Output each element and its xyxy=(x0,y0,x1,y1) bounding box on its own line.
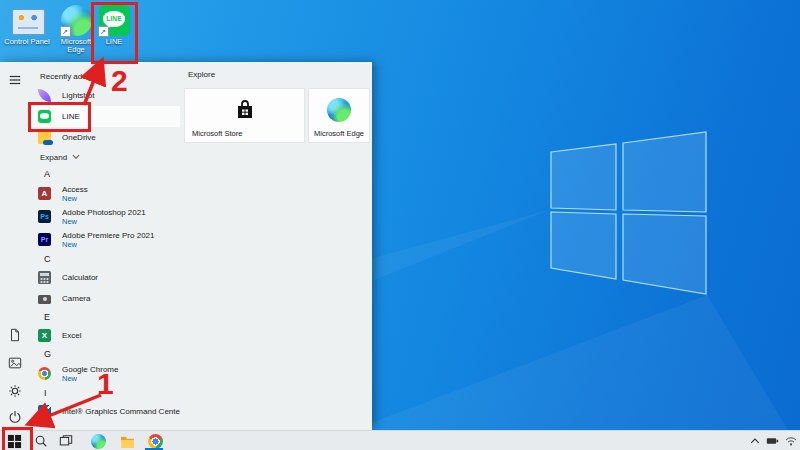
search-icon xyxy=(34,434,48,448)
shortcut-arrow-icon: ↗ xyxy=(60,26,71,37)
system-tray xyxy=(748,431,797,450)
task-view-icon xyxy=(59,434,73,448)
search-button[interactable] xyxy=(29,431,53,450)
file-explorer-button[interactable] xyxy=(115,431,139,450)
document-icon xyxy=(8,328,22,342)
edge-icon xyxy=(91,434,106,449)
chrome-icon xyxy=(148,434,163,449)
chevron-down-icon xyxy=(72,154,80,160)
task-view-button[interactable] xyxy=(54,431,78,450)
documents-button[interactable] xyxy=(0,324,30,346)
hamburger-icon xyxy=(8,73,22,87)
photoshop-icon: Ps xyxy=(38,210,51,223)
app-row-premiere[interactable]: Pr Adobe Premiere Pro 2021 New xyxy=(30,228,180,251)
new-badge: New xyxy=(62,240,155,249)
chrome-icon xyxy=(38,367,51,380)
camera-icon xyxy=(38,292,51,305)
app-label: Adobe Photoshop 2021 xyxy=(62,208,146,217)
windows-start-icon xyxy=(7,434,22,449)
app-label: Camera xyxy=(62,294,90,303)
expand-label: Expand xyxy=(40,153,67,162)
tile-microsoft-edge[interactable]: Microsoft Edge xyxy=(308,88,370,143)
desktop-icon-control-panel[interactable]: Control Panel xyxy=(2,5,52,46)
show-hidden-icons-button[interactable] xyxy=(748,434,761,448)
recent-item-label: LINE xyxy=(62,112,80,121)
app-label: Adobe Premiere Pro 2021 xyxy=(62,231,155,240)
network-button[interactable] xyxy=(784,434,797,448)
annotation-step-2: 2 xyxy=(111,67,128,95)
battery-icon xyxy=(766,436,779,446)
lightshot-icon xyxy=(38,89,51,102)
app-row-excel[interactable]: X Excel xyxy=(30,325,180,346)
app-label: Calculator xyxy=(62,273,98,282)
expand-control[interactable]: Expand xyxy=(30,148,180,166)
tile-group-header: Explore xyxy=(188,70,372,79)
app-row-photoshop[interactable]: Ps Adobe Photoshop 2021 New xyxy=(30,205,180,228)
hamburger-button[interactable] xyxy=(0,69,30,91)
app-row-camera[interactable]: Camera xyxy=(30,288,180,309)
desktop-icon-microsoft-edge[interactable]: ↗ Microsoft Edge xyxy=(53,5,99,54)
desktop-icon-label: Microsoft Edge xyxy=(53,38,99,54)
start-button[interactable] xyxy=(2,431,26,450)
store-bag-icon xyxy=(233,98,257,122)
app-label: Excel xyxy=(62,331,82,340)
access-icon: A xyxy=(38,187,51,200)
recently-added-header: Recently added xyxy=(40,72,180,81)
tile-label: Microsoft Store xyxy=(192,129,242,138)
shortcut-arrow-icon: ↗ xyxy=(98,26,109,37)
recent-item-lightshot[interactable]: Lightshot xyxy=(30,85,180,106)
intel-icon xyxy=(38,405,51,418)
recent-item-line[interactable]: LINE xyxy=(30,106,180,127)
pictures-button[interactable] xyxy=(0,352,30,374)
excel-icon: X xyxy=(38,329,51,342)
edge-icon xyxy=(327,98,351,122)
power-icon xyxy=(8,410,22,424)
section-letter[interactable]: E xyxy=(30,309,180,325)
app-label: Access xyxy=(62,185,88,194)
start-menu-rail xyxy=(0,62,30,430)
chevron-up-icon xyxy=(750,437,760,445)
calculator-icon xyxy=(38,271,51,284)
desktop-icon-label: LINE xyxy=(106,38,123,46)
premiere-icon: Pr xyxy=(38,233,51,246)
onedrive-icon xyxy=(38,131,51,144)
taskbar-edge-button[interactable] xyxy=(86,431,110,450)
app-label: Intel® Graphics Command Center xyxy=(62,407,180,416)
recent-item-onedrive[interactable]: OneDrive xyxy=(30,127,180,148)
folder-icon xyxy=(120,435,135,448)
start-menu: Recently added Lightshot LINE OneDrive E… xyxy=(0,62,372,430)
recent-item-label: OneDrive xyxy=(62,133,96,142)
desktop: Control Panel ↗ Microsoft Edge LINE ↗ LI… xyxy=(0,0,800,450)
power-button[interactable] xyxy=(0,406,30,428)
start-menu-tiles: Explore Microsoft Store Microsoft Edge xyxy=(180,62,372,430)
desktop-icon-line[interactable]: LINE ↗ LINE xyxy=(96,5,132,46)
new-badge: New xyxy=(62,194,88,203)
gear-icon xyxy=(8,384,22,398)
app-row-access[interactable]: A Access New xyxy=(30,182,180,205)
new-badge: New xyxy=(62,217,146,226)
taskbar xyxy=(0,430,800,450)
app-row-intel-gcc[interactable]: Intel® Graphics Command Center xyxy=(30,401,180,422)
annotation-step-1: 1 xyxy=(97,370,114,398)
tile-microsoft-store[interactable]: Microsoft Store xyxy=(184,88,305,143)
app-row-calculator[interactable]: Calculator xyxy=(30,267,180,288)
tile-label: Microsoft Edge xyxy=(314,129,364,138)
recent-item-label: Lightshot xyxy=(62,91,94,100)
desktop-icon-label: Control Panel xyxy=(4,38,49,46)
section-letter[interactable]: A xyxy=(30,166,180,182)
battery-button[interactable] xyxy=(766,434,779,448)
control-panel-icon xyxy=(12,9,45,35)
section-letter[interactable]: G xyxy=(30,346,180,362)
wifi-icon xyxy=(785,436,797,446)
pictures-icon xyxy=(8,356,22,370)
line-icon xyxy=(38,110,51,123)
settings-button[interactable] xyxy=(0,380,30,402)
section-letter[interactable]: C xyxy=(30,251,180,267)
line-bubble: LINE xyxy=(103,11,125,27)
